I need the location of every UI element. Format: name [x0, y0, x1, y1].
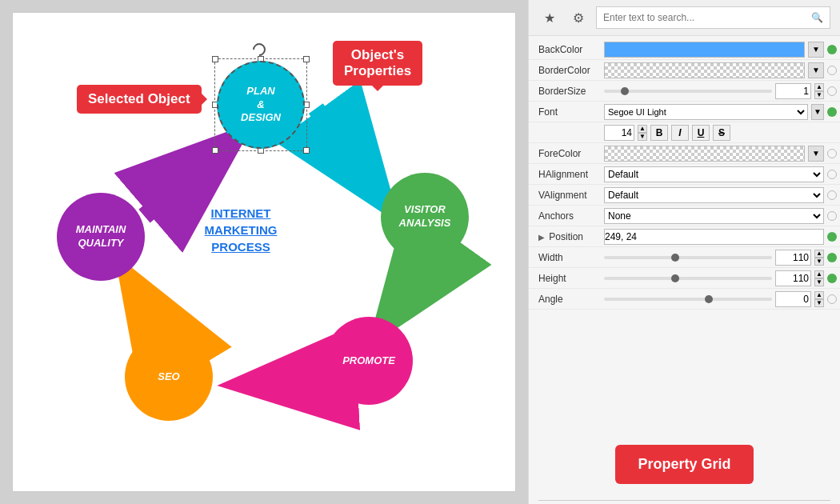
width-track[interactable]	[604, 256, 772, 259]
bordercolor-row: BorderColor ▼	[529, 60, 840, 81]
forecolor-swatch[interactable]	[604, 146, 805, 162]
anchors-select[interactable]: None	[604, 208, 824, 224]
gear-icon[interactable]: ⚙	[567, 6, 590, 29]
forecolor-dropdown[interactable]: ▼	[808, 146, 824, 162]
width-label: Width	[532, 252, 604, 263]
bordersize-value-area: ▲ ▼	[604, 83, 837, 99]
width-slider-row	[604, 256, 772, 259]
height-input[interactable]	[775, 270, 811, 286]
star-icon[interactable]: ★	[538, 6, 561, 29]
height-indicator	[827, 274, 837, 283]
font-size-spin-down[interactable]: ▼	[638, 133, 647, 141]
right-panel: ★ ⚙ 🔍 BackColor ▼ BorderColor ▼	[528, 0, 840, 504]
height-spin-down[interactable]: ▼	[814, 278, 824, 286]
font-size-spin-up[interactable]: ▲	[638, 125, 647, 133]
bordersize-spin-up[interactable]: ▲	[814, 83, 824, 91]
bordersize-thumb[interactable]	[621, 87, 629, 95]
bordersize-input[interactable]	[775, 83, 811, 99]
search-input[interactable]	[603, 12, 811, 23]
plan-design-circle[interactable]: PLAN&DESIGN	[217, 61, 305, 149]
angle-thumb[interactable]	[705, 295, 713, 303]
center-text[interactable]: INTERNET MARKETING PROCESS	[181, 205, 301, 255]
bordersize-slider-row	[604, 90, 772, 93]
visitor-analysis-circle[interactable]: VISITORANALYSIS	[381, 173, 469, 261]
backcolor-value-area: ▼	[604, 42, 837, 58]
bordercolor-indicator	[827, 66, 837, 75]
search-box[interactable]: 🔍	[596, 6, 830, 29]
height-spin-up[interactable]: ▲	[814, 270, 824, 278]
width-spin-up[interactable]: ▲	[814, 250, 824, 258]
angle-indicator	[827, 294, 837, 304]
backcolor-dropdown[interactable]: ▼	[808, 42, 824, 58]
promote-circle[interactable]: PROMOTE	[325, 317, 413, 405]
bordersize-track[interactable]	[604, 90, 772, 93]
bordercolor-value-area: ▼	[604, 62, 837, 78]
width-input[interactable]	[775, 250, 811, 266]
width-spin-down[interactable]: ▼	[814, 258, 824, 266]
valignment-label: VAlignment	[532, 190, 604, 201]
font-dropdown-btn[interactable]: ▼	[811, 104, 824, 120]
width-row: Width ▲ ▼	[529, 247, 840, 268]
bordersize-spin-down[interactable]: ▼	[814, 91, 824, 99]
font-indicator	[827, 107, 837, 117]
angle-spin-up[interactable]: ▲	[814, 291, 824, 299]
angle-track[interactable]	[604, 298, 772, 301]
halignment-label: HAlignment	[532, 169, 604, 180]
bordersize-indicator	[827, 86, 837, 96]
height-slider-row	[604, 277, 772, 280]
angle-slider-row	[604, 298, 772, 301]
valignment-select[interactable]: Default	[604, 187, 824, 203]
font-size-spin: ▲ ▼	[638, 125, 647, 141]
handle-tr[interactable]	[303, 56, 310, 62]
backcolor-indicator	[827, 45, 837, 54]
svg-line-1	[316, 109, 380, 197]
font-select[interactable]: Segoe UI Light	[604, 104, 808, 120]
bordersize-row: BorderSize ▲ ▼	[529, 81, 840, 102]
handle-bl[interactable]	[212, 147, 218, 154]
height-thumb[interactable]	[671, 274, 679, 282]
width-thumb[interactable]	[671, 254, 679, 262]
handle-tl[interactable]	[212, 56, 218, 62]
height-track[interactable]	[604, 277, 772, 280]
bordercolor-dropdown[interactable]: ▼	[808, 62, 824, 78]
position-input[interactable]	[604, 229, 824, 245]
position-row: ▶ Position	[529, 226, 840, 247]
bordercolor-swatch[interactable]	[604, 62, 805, 78]
height-row: Height ▲ ▼	[529, 268, 840, 289]
maintain-quality-circle[interactable]: MAINTAINQUALITY	[57, 193, 145, 281]
valignment-row: VAlignment Default	[529, 185, 840, 206]
angle-input[interactable]	[775, 291, 811, 307]
position-expand-arrow[interactable]: ▶	[538, 233, 545, 242]
position-value-area	[604, 229, 837, 245]
strikethrough-button[interactable]: S	[713, 125, 730, 141]
width-indicator	[827, 253, 837, 262]
font-size-input[interactable]	[604, 125, 634, 141]
canvas-inner: Selected Object Object's Properties PLAN…	[12, 12, 516, 492]
angle-spin: ▲ ▼	[814, 291, 824, 307]
angle-spin-down[interactable]: ▼	[814, 299, 824, 307]
italic-button[interactable]: I	[671, 125, 689, 141]
search-icon: 🔍	[811, 12, 823, 23]
halignment-select[interactable]: Default	[604, 166, 824, 182]
forecolor-label: ForeColor	[532, 148, 604, 159]
svg-line-2	[387, 264, 427, 320]
forecolor-value-area: ▼	[604, 146, 837, 162]
seo-circle[interactable]: SEO	[125, 333, 213, 421]
backcolor-swatch[interactable]	[604, 42, 805, 58]
valignment-value-area: Default	[604, 187, 837, 203]
bold-button[interactable]: B	[650, 125, 668, 141]
properties-table: BackColor ▼ BorderColor ▼ BorderSize	[529, 36, 840, 432]
property-grid-button[interactable]: Property Grid	[615, 445, 753, 484]
forecolor-row: ForeColor ▼	[529, 143, 840, 164]
font-label: Font	[532, 106, 604, 118]
selected-object-callout: Selected Object	[77, 85, 202, 114]
rotate-handle[interactable]	[250, 41, 269, 59]
height-value-area: ▲ ▼	[604, 270, 837, 286]
halignment-indicator	[827, 170, 837, 179]
angle-label: Angle	[532, 294, 604, 305]
bordercolor-label: BorderColor	[532, 65, 604, 76]
position-indicator	[827, 232, 837, 242]
underline-button[interactable]: U	[692, 125, 710, 141]
height-label: Height	[532, 273, 604, 284]
handle-br[interactable]	[303, 147, 310, 154]
